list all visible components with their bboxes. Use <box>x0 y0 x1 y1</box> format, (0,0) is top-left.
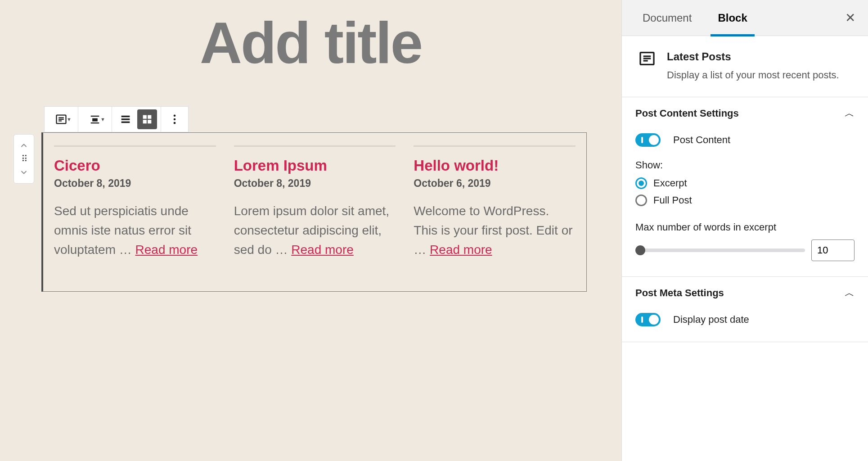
list-view-button[interactable] <box>116 109 135 129</box>
chevron-up-icon: ︿ <box>845 107 855 120</box>
grid-view-icon <box>141 113 153 126</box>
align-icon <box>89 113 101 126</box>
post-date: October 6, 2019 <box>414 177 576 190</box>
latest-posts-icon <box>638 50 656 68</box>
max-words-label: Max number of words in excerpt <box>635 221 855 233</box>
read-more-link[interactable]: Read more <box>430 243 492 257</box>
post-title-placeholder: Add title <box>0 14 621 72</box>
radio-excerpt-label: Excerpt <box>653 177 687 189</box>
close-sidebar-button[interactable]: ✕ <box>841 9 859 27</box>
post-title-link[interactable]: Lorem Ipsum <box>234 157 396 175</box>
show-label: Show: <box>635 159 855 171</box>
svg-point-15 <box>174 118 176 121</box>
drag-handle-icon[interactable]: ⠿ <box>21 154 27 163</box>
toggle-display-date[interactable] <box>635 313 661 326</box>
radio-icon <box>635 194 647 206</box>
move-down-button[interactable] <box>14 163 34 181</box>
svg-rect-9 <box>121 122 130 123</box>
svg-rect-11 <box>148 115 151 119</box>
radio-icon <box>635 177 647 189</box>
svg-rect-7 <box>121 116 130 118</box>
block-info-name: Latest Posts <box>667 50 839 63</box>
panel-title: Post Content Settings <box>635 108 739 119</box>
block-info-desc: Display a list of your most recent posts… <box>667 68 839 82</box>
chevron-up-icon: ︿ <box>845 286 855 300</box>
list-view-icon <box>119 113 132 126</box>
radio-excerpt[interactable]: Excerpt <box>635 177 855 189</box>
sidebar-tabs: Document Block ✕ <box>622 0 868 36</box>
post-date: October 8, 2019 <box>54 177 216 190</box>
dropdown-caret-icon: ▼ <box>67 117 72 122</box>
read-more-link[interactable]: Read more <box>135 243 198 257</box>
post-title-area[interactable]: Add title <box>0 0 621 72</box>
show-radio-group: Excerpt Full Post <box>635 177 855 206</box>
tab-document[interactable]: Document <box>638 0 696 36</box>
svg-rect-13 <box>148 120 151 123</box>
svg-rect-5 <box>92 118 98 122</box>
post-card: Hello world! October 6, 2019 Welcome to … <box>414 145 576 260</box>
move-up-button[interactable] <box>14 136 34 154</box>
settings-sidebar: Document Block ✕ Latest Posts Display a … <box>621 0 868 461</box>
toggle-post-content[interactable] <box>635 133 661 147</box>
post-title-link[interactable]: Hello world! <box>414 157 576 175</box>
slider-thumb[interactable] <box>635 245 645 255</box>
post-card: Cicero October 8, 2019 Sed ut perspiciat… <box>54 145 216 260</box>
latest-posts-icon <box>55 113 67 126</box>
align-button[interactable]: ▼ <box>82 109 108 129</box>
panel-post-content: Post Content Settings ︿ Post Content Sho… <box>622 97 868 277</box>
toggle-display-date-label: Display post date <box>673 314 749 325</box>
panel-header-post-content[interactable]: Post Content Settings ︿ <box>635 97 855 130</box>
svg-point-14 <box>174 115 176 117</box>
chevron-down-icon <box>19 168 28 177</box>
svg-rect-12 <box>143 120 147 123</box>
editor-canvas: Add title ⠿ ▼ ▼ <box>0 0 621 461</box>
post-card: Lorem Ipsum October 8, 2019 Lorem ipsum … <box>234 145 396 260</box>
panel-title: Post Meta Settings <box>635 287 724 299</box>
chevron-up-icon <box>19 141 28 150</box>
post-excerpt: Sed ut perspiciatis unde omnis iste natu… <box>54 201 216 260</box>
post-excerpt: Welcome to WordPress. This is your first… <box>414 201 576 260</box>
block-mover: ⠿ <box>13 134 34 184</box>
posts-grid: Cicero October 8, 2019 Sed ut perspiciat… <box>54 145 576 260</box>
read-more-link[interactable]: Read more <box>291 243 354 257</box>
svg-rect-8 <box>121 118 130 120</box>
radio-full-post[interactable]: Full Post <box>635 194 855 206</box>
radio-full-post-label: Full Post <box>653 194 692 206</box>
dropdown-caret-icon: ▼ <box>100 117 105 122</box>
max-words-slider[interactable] <box>635 249 805 252</box>
post-excerpt: Lorem ipsum dolor sit amet, consectetur … <box>234 201 396 260</box>
block-type-button[interactable]: ▼ <box>48 109 74 129</box>
tab-block[interactable]: Block <box>713 0 751 36</box>
panel-header-post-meta[interactable]: Post Meta Settings ︿ <box>635 277 855 309</box>
post-date: October 8, 2019 <box>234 177 396 190</box>
more-vertical-icon <box>168 113 181 126</box>
grid-view-button[interactable] <box>137 109 157 129</box>
max-words-input[interactable] <box>811 240 855 261</box>
close-icon: ✕ <box>845 11 855 25</box>
latest-posts-block[interactable]: Cicero October 8, 2019 Sed ut perspiciat… <box>41 132 587 292</box>
post-title-link[interactable]: Cicero <box>54 157 216 175</box>
more-options-button[interactable] <box>165 109 184 129</box>
panel-post-meta: Post Meta Settings ︿ Display post date <box>622 277 868 342</box>
toggle-post-content-label: Post Content <box>673 134 730 146</box>
block-toolbar: ▼ ▼ <box>44 106 189 132</box>
svg-rect-10 <box>143 115 147 119</box>
svg-point-16 <box>174 122 176 124</box>
block-info: Latest Posts Display a list of your most… <box>622 36 868 97</box>
